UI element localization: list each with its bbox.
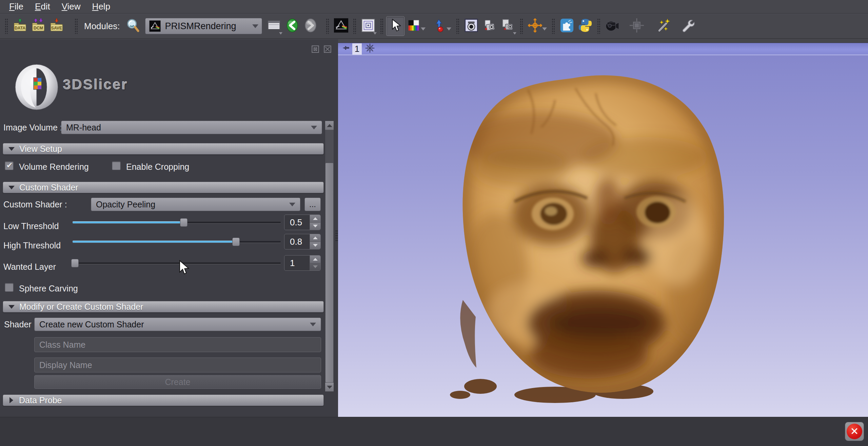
settings-wrench-button[interactable] — [678, 16, 696, 36]
view-options-sun-icon[interactable] — [364, 43, 375, 55]
pin-icon[interactable] — [341, 44, 350, 54]
crosshair-button[interactable] — [526, 16, 544, 36]
toolbar-drag-handle[interactable] — [552, 18, 555, 34]
undock-panel-icon[interactable] — [311, 45, 320, 55]
module-selector-combobox[interactable]: PRISMRendering — [145, 18, 262, 34]
scrollbar-thumb[interactable] — [326, 163, 333, 382]
chevron-down-icon — [447, 27, 451, 31]
panel-splitter-handle[interactable] — [335, 230, 338, 242]
panel-scrollbar[interactable] — [325, 121, 334, 392]
video-capture-button[interactable] — [603, 16, 622, 36]
toolbar-drag-handle[interactable] — [456, 18, 459, 34]
slicer-logo-text: 3DSlicer — [63, 77, 128, 93]
mouse-interaction-button[interactable] — [386, 16, 405, 36]
menu-help[interactable]: Help — [86, 1, 116, 12]
custom-shader-value: Opacity Peeling — [96, 200, 289, 209]
section-data-probe[interactable]: Data Probe — [3, 394, 324, 406]
enable-cropping-checkbox[interactable] — [112, 161, 121, 170]
load-data-button[interactable]: DATA — [11, 16, 29, 36]
wanted-layer-value: 1 — [284, 256, 310, 270]
close-panel-icon[interactable] — [323, 45, 332, 55]
spin-up-button[interactable] — [310, 234, 320, 242]
navigate-forward-button[interactable] — [301, 16, 320, 36]
class-name-input[interactable] — [34, 337, 321, 352]
chevron-down-icon — [252, 24, 258, 28]
scroll-up-button[interactable] — [325, 121, 334, 130]
colors-module-button[interactable] — [405, 16, 423, 36]
shader-dropdown[interactable]: Create new Custom Shader — [34, 318, 321, 331]
scroll-down-button[interactable] — [325, 383, 334, 391]
load-dicom-folder-icon: DCM — [31, 18, 46, 35]
low-threshold-spinbox[interactable]: 0.5 — [284, 215, 321, 230]
view-setup-title: View Setup — [19, 144, 62, 154]
module-search-button[interactable] — [124, 16, 142, 36]
wanted-layer-spinbox[interactable]: 1 — [284, 255, 321, 271]
place-fiducial-button[interactable] — [430, 16, 449, 36]
scene-view-button[interactable] — [480, 16, 499, 36]
python-console-button[interactable] — [576, 16, 594, 36]
extensions-manager-button[interactable] — [558, 16, 576, 36]
slider-handle[interactable] — [180, 218, 188, 227]
display-name-input[interactable] — [34, 358, 321, 372]
layout-selector-button[interactable] — [359, 16, 377, 36]
save-data-button[interactable]: SAVE — [47, 16, 66, 36]
menu-view[interactable]: View — [56, 1, 86, 12]
error-close-button[interactable]: ✕ — [845, 422, 864, 441]
shader-label: Shader : — [4, 320, 36, 329]
toolbar-drag-handle[interactable] — [5, 18, 8, 34]
viewport-annotation-button[interactable] — [628, 16, 646, 36]
slider-handle[interactable] — [71, 259, 79, 267]
prism-module-icon — [149, 20, 161, 32]
svg-text:DCM: DCM — [34, 26, 43, 31]
toolbar-drag-handle[interactable] — [520, 18, 523, 34]
menu-edit[interactable]: Edit — [29, 1, 56, 12]
spin-down-button[interactable] — [310, 242, 320, 249]
restore-scene-view-button[interactable] — [499, 16, 517, 36]
section-view-setup[interactable]: View Setup — [3, 143, 324, 155]
load-dicom-button[interactable]: DCM — [29, 16, 47, 36]
create-shader-button[interactable]: Create — [34, 375, 321, 389]
high-threshold-slider[interactable] — [73, 237, 281, 246]
module-history-button[interactable] — [265, 16, 283, 36]
image-volume-dropdown[interactable]: MR-head — [61, 121, 322, 134]
high-threshold-spinbox[interactable]: 0.8 — [284, 234, 321, 249]
main-toolbar: DATA DCM SAVE Modules: PRISMRendering — [0, 14, 868, 39]
low-threshold-slider[interactable] — [73, 218, 281, 227]
slider-handle[interactable] — [232, 238, 240, 246]
shader-more-button[interactable]: ... — [304, 198, 321, 211]
collapse-triangle-icon — [8, 305, 15, 309]
crosshair-icon — [527, 18, 543, 35]
toolbar-drag-handle[interactable] — [597, 18, 600, 34]
volume-rendering-checkbox[interactable] — [5, 161, 14, 170]
custom-shader-dropdown[interactable]: Opacity Peeling — [91, 198, 300, 211]
section-custom-shader[interactable]: Custom Shader — [3, 182, 324, 193]
menu-file[interactable]: File — [3, 1, 29, 12]
navigate-back-button[interactable] — [283, 16, 301, 36]
scene-view-camera-icon — [482, 18, 497, 35]
screenshot-camera-icon — [463, 18, 479, 35]
prism-module-button[interactable] — [332, 16, 350, 36]
crosshair-box-icon — [629, 18, 645, 35]
wanted-layer-slider[interactable] — [73, 259, 281, 267]
spin-up-button[interactable] — [310, 215, 320, 223]
section-modify-shader[interactable]: Modify or Create Custom Shader — [3, 301, 324, 312]
image-volume-label: Image Volume : — [3, 123, 62, 133]
screenshot-button[interactable] — [462, 16, 480, 36]
toolbar-drag-handle[interactable] — [380, 18, 383, 34]
extensions-puzzle-icon — [559, 18, 575, 35]
toolbar-drag-handle[interactable] — [353, 18, 356, 34]
toolbar-drag-handle[interactable] — [326, 18, 329, 34]
magic-wand-button[interactable] — [655, 16, 673, 36]
threeD-viewport[interactable]: 1 — [338, 43, 868, 418]
spin-up-button[interactable] — [310, 256, 320, 263]
sphere-carving-checkbox[interactable] — [5, 283, 14, 292]
toolbar-drag-handle[interactable] — [75, 18, 78, 34]
chevron-down-icon — [311, 126, 317, 129]
module-search-magnifier-icon — [125, 18, 141, 35]
main-area: 3DSlicer Image Volume : MR-head View Set… — [0, 39, 868, 417]
collapse-triangle-icon — [9, 397, 13, 403]
low-threshold-value: 0.5 — [284, 215, 310, 230]
spin-down-button[interactable] — [310, 263, 320, 271]
spin-down-button[interactable] — [310, 223, 320, 230]
mouse-pointer-icon — [388, 18, 403, 35]
